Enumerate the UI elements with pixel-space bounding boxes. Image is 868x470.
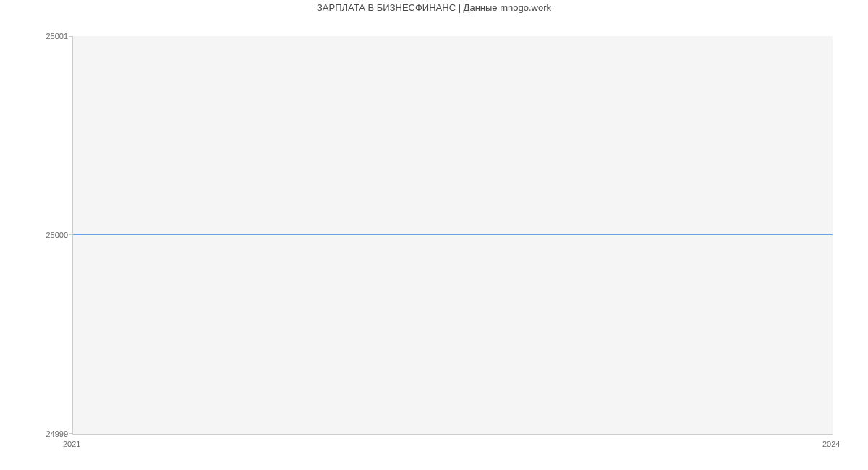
plot-area	[72, 36, 833, 435]
y-tick-label: 24999	[3, 430, 68, 438]
y-tick-label: 25001	[3, 32, 68, 40]
y-tick-label: 25000	[3, 231, 68, 239]
x-tick-label: 2021	[63, 440, 80, 448]
chart-title: ЗАРПЛАТА В БИЗНЕСФИНАНС | Данные mnogo.w…	[0, 2, 868, 13]
data-line	[73, 234, 833, 235]
chart-container: ЗАРПЛАТА В БИЗНЕСФИНАНС | Данные mnogo.w…	[0, 0, 868, 470]
x-tick-label: 2024	[822, 440, 840, 448]
